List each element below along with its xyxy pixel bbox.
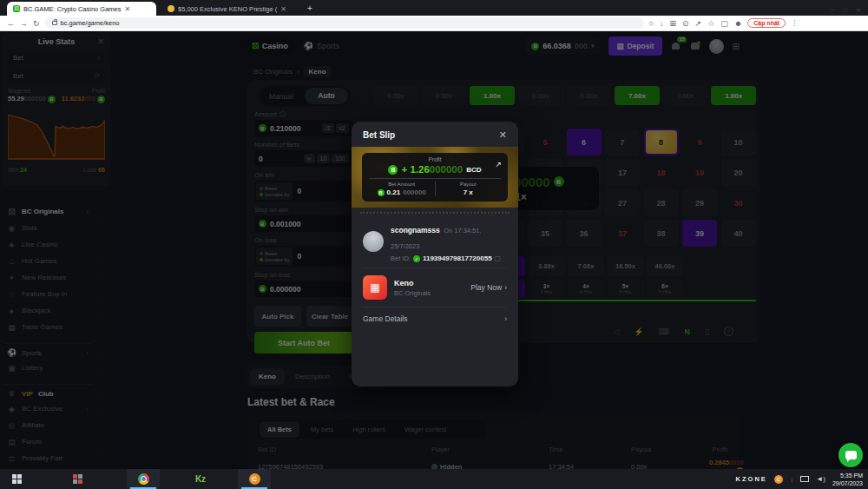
taskbar-app-tiles[interactable] [61, 469, 94, 489]
bet-id-value: 119394979817720055 [423, 254, 492, 262]
toolbar-icon[interactable]: ☆ [707, 19, 714, 28]
game-details-label: Game Details [363, 314, 408, 323]
bet-id-label: Bet ID: [391, 254, 411, 262]
network-icon[interactable] [800, 476, 809, 482]
game-name: Keno [394, 279, 431, 287]
tab-title: $5,000 Exclusive KENO Prestige ( [178, 5, 277, 13]
toolbar-icon[interactable]: ○ [649, 19, 654, 28]
payout-label: Payout [436, 182, 502, 187]
verified-shield-icon: ✓ [413, 255, 420, 262]
game-details-row[interactable]: Game Details › [352, 307, 518, 330]
browser-toolbar: ← → ↻ bc.game/game/keno ○↓⊞⊙↗☆▢☻ Cập nhậ… [0, 16, 868, 31]
chrome-update-button[interactable]: Cập nhật [747, 18, 786, 28]
toolbar-icon[interactable]: ↓ [660, 19, 664, 28]
tab-close-icon[interactable]: ✕ [280, 5, 286, 13]
chevron-right-icon: › [504, 283, 507, 292]
bcd-coin-icon: B [378, 189, 385, 196]
toolbar-icon[interactable]: ↗ [695, 19, 702, 28]
bet-user-row: scongnamsss On 17:34:51, 25/7/2023 Bet I… [352, 214, 518, 268]
lock-icon [52, 21, 57, 25]
toolbar-action-icons: ○↓⊞⊙↗☆▢☻ [649, 19, 743, 28]
bcgame-favicon: ⚄ [13, 5, 20, 12]
currency-label: BCD [466, 166, 481, 174]
bet-amount-label: Bet Amount [369, 182, 435, 187]
kzone-label: KZONE [736, 475, 767, 483]
idm-download-icon[interactable]: ↓ [790, 475, 794, 484]
volume-icon[interactable]: ◄) [816, 475, 825, 483]
share-icon[interactable]: ↗ [495, 160, 502, 169]
windows-logo-icon [12, 474, 22, 484]
taskbar-app-kz[interactable]: Kz [184, 469, 217, 489]
username[interactable]: scongnamsss [391, 226, 440, 235]
profit-ticket: Profit ↗ B + 1.26000000 BCD Bet Amount B… [352, 147, 518, 208]
chevron-right-icon: › [504, 314, 507, 323]
clock-date: 29/07/2023 [832, 479, 863, 487]
browser-tab-strip: ⚄ BC.GAME: Crypto Casino Games ✕ $5,000 … [0, 0, 868, 16]
game-provider: BC Originals [394, 289, 431, 297]
bet-slip-title: Bet Slip [363, 130, 395, 140]
chrome-icon [138, 473, 149, 485]
toolbar-icon[interactable]: ▢ [720, 19, 728, 28]
system-tray: KZONE C ↓ ◄) 5:35 PM 29/07/2023 [736, 472, 868, 487]
close-icon[interactable]: ✕ [499, 129, 507, 141]
support-chat-button[interactable] [838, 443, 863, 467]
tab-close-icon[interactable]: ✕ [125, 5, 131, 13]
bet-slip-modal: Bet Slip ✕ Profit ↗ B + 1.26000000 BCD B… [352, 122, 518, 387]
browser-tab-active[interactable]: ⚄ BC.GAME: Crypto Casino Games ✕ [7, 2, 156, 16]
kz-app-icon: Kz [195, 474, 206, 484]
browser-tab-inactive[interactable]: $5,000 Exclusive KENO Prestige ( ✕ [161, 2, 300, 16]
tray-coin-icon[interactable]: C [774, 475, 783, 484]
taskbar-clock[interactable]: 5:35 PM 29/07/2023 [832, 472, 863, 487]
bet-amount-block: Bet Amount B0.21000000 [369, 182, 435, 196]
bet-id-line: Bet ID: ✓ 119394979817720055 ▢ [391, 254, 507, 262]
tiles-app-icon [73, 474, 82, 484]
user-avatar[interactable] [363, 231, 384, 252]
windows-taskbar: Kz C KZONE C ↓ ◄) 5:35 PM 29/07/2023 [0, 469, 868, 489]
profit-card: Profit ↗ B + 1.26000000 BCD Bet Amount B… [362, 153, 508, 202]
toolbar-icon[interactable]: ☻ [734, 19, 742, 28]
profit-label: Profit [369, 156, 501, 162]
reload-icon[interactable]: ↻ [33, 19, 40, 28]
url-text: bc.game/game/keno [61, 19, 120, 27]
clock-time: 5:35 PM [832, 472, 863, 479]
menu-kebab-icon[interactable]: ⋮ [791, 19, 798, 27]
payout-block: Payout 7 x [435, 182, 502, 196]
chat-bubble-icon [845, 451, 857, 459]
game-link-row[interactable]: ▦ Keno BC Originals Play Now› [352, 268, 518, 307]
keno-game-icon: ▦ [363, 275, 387, 300]
address-bar[interactable]: bc.game/game/keno [45, 17, 644, 29]
taskbar-app-chrome[interactable] [127, 469, 160, 489]
taskbar-app-coin[interactable]: C [238, 469, 271, 489]
tab-title: BC.GAME: Crypto Casino Games [23, 5, 122, 13]
play-now-link[interactable]: Play Now› [470, 283, 507, 292]
window-controls[interactable]: ─□✕ [824, 5, 868, 16]
start-button[interactable] [0, 469, 33, 489]
toolbar-icon[interactable]: ⊙ [682, 19, 689, 28]
profit-value: + 1.26000000 [401, 164, 463, 175]
forward-icon[interactable]: → [20, 19, 28, 28]
new-tab-button[interactable]: + [307, 2, 312, 16]
copy-icon[interactable]: ▢ [495, 254, 502, 262]
bcd-coin-icon: B [388, 165, 398, 175]
toolbar-icon[interactable]: ⊞ [669, 19, 676, 28]
coin-app-icon: C [249, 473, 260, 485]
promo-favicon [168, 5, 174, 12]
back-icon[interactable]: ← [7, 19, 15, 28]
